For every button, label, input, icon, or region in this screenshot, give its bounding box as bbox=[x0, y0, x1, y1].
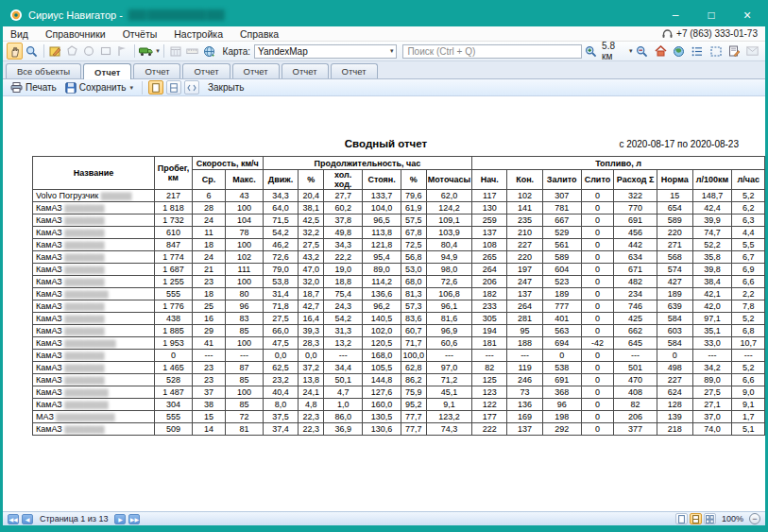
view-single-page-button[interactable] bbox=[148, 80, 163, 94]
value-cell: 95,4 bbox=[363, 251, 401, 264]
ruler-button[interactable] bbox=[184, 43, 200, 60]
tab-report-6[interactable]: Отчет bbox=[331, 63, 378, 78]
value-cell: 83 bbox=[226, 313, 264, 325]
col-header-max: Макс. bbox=[226, 170, 264, 190]
tab-report-4[interactable]: Отчет bbox=[232, 63, 280, 78]
menu-directories[interactable]: Справочники bbox=[45, 28, 106, 40]
legend-list-button[interactable] bbox=[689, 43, 707, 60]
value-cell: 97,0 bbox=[426, 362, 471, 374]
vehicle-button[interactable] bbox=[139, 43, 155, 60]
value-cell: 54,2 bbox=[324, 313, 363, 325]
value-cell: 0 bbox=[581, 300, 614, 313]
print-button[interactable]: Печать bbox=[8, 80, 60, 95]
vehicle-dropdown-caret[interactable]: ▾ bbox=[156, 47, 160, 55]
col-header-name: Название bbox=[33, 157, 155, 190]
value-cell: 82 bbox=[472, 362, 507, 374]
col-header-mileage: Пробег, км bbox=[155, 157, 193, 190]
value-cell: 9,1 bbox=[732, 399, 765, 411]
value-cell: 197 bbox=[507, 264, 542, 276]
menu-reports[interactable]: Отчёты bbox=[123, 28, 158, 40]
polygon-tool-button[interactable] bbox=[64, 43, 80, 60]
value-cell: 1,0 bbox=[324, 399, 363, 411]
view-fit-width-button[interactable] bbox=[184, 80, 199, 94]
value-cell: 29 bbox=[192, 325, 225, 337]
minimize-button[interactable]: – bbox=[657, 3, 693, 26]
message-button[interactable] bbox=[743, 43, 761, 60]
vehicle-plate-redacted: █████ ███ ██ bbox=[64, 230, 103, 236]
first-page-button[interactable]: ◀◀ bbox=[8, 514, 19, 524]
map-provider-select[interactable]: YandexMap ▾ bbox=[254, 44, 397, 59]
value-cell: 0 bbox=[155, 350, 193, 362]
maximize-button[interactable]: □ bbox=[693, 3, 729, 26]
value-cell: 218 bbox=[657, 423, 692, 436]
map-edit-button[interactable] bbox=[47, 43, 63, 60]
value-cell: 71,2 bbox=[426, 374, 471, 386]
value-cell: 0 bbox=[581, 239, 614, 251]
toolbar-separator bbox=[43, 44, 44, 58]
flag-tool-button[interactable] bbox=[114, 43, 130, 60]
zoom-in-button[interactable] bbox=[583, 43, 601, 60]
next-page-button[interactable]: ▶ bbox=[114, 514, 126, 524]
value-cell: 0 bbox=[581, 251, 614, 264]
tab-all-objects[interactable]: Все объекты bbox=[6, 63, 81, 78]
statusbar-view-continuous-button[interactable] bbox=[690, 513, 702, 524]
value-cell: 16 bbox=[192, 313, 225, 325]
col-header-avg: Ср. bbox=[192, 170, 225, 190]
prev-page-button[interactable]: ◀ bbox=[22, 514, 33, 524]
select-area-button[interactable] bbox=[707, 43, 725, 60]
col-header-engine-hours: Моточасы bbox=[426, 170, 471, 190]
value-cell: 86,2 bbox=[401, 374, 426, 386]
close-button[interactable]: × bbox=[729, 3, 765, 26]
save-dropdown-caret[interactable]: ▾ bbox=[129, 84, 133, 92]
value-cell: 6,2 bbox=[732, 202, 765, 215]
menu-settings[interactable]: Настройка bbox=[174, 28, 223, 40]
last-page-button[interactable]: ▶▶ bbox=[128, 514, 140, 524]
tab-report-active[interactable]: Отчет bbox=[83, 63, 131, 79]
value-cell: 49,8 bbox=[324, 227, 363, 239]
value-cell: 16,4 bbox=[299, 313, 324, 325]
value-cell: 188 bbox=[507, 337, 542, 350]
value-cell: 19,0 bbox=[324, 264, 363, 276]
value-cell: 4,8 bbox=[299, 399, 324, 411]
tab-report-3[interactable]: Отчет bbox=[182, 63, 230, 78]
value-cell: 189 bbox=[542, 288, 581, 300]
value-cell: 0 bbox=[581, 190, 614, 202]
zoom-search-button[interactable] bbox=[24, 43, 40, 60]
vehicle-name-cell: КамАЗ █████ ███ ██ bbox=[33, 227, 155, 239]
value-cell: 292 bbox=[542, 423, 581, 436]
value-cell: 46,2 bbox=[263, 239, 299, 251]
tab-report-5[interactable]: Отчет bbox=[282, 63, 329, 78]
edit-note-button[interactable] bbox=[725, 43, 743, 60]
value-cell: 0 bbox=[581, 288, 614, 300]
value-cell: 529 bbox=[542, 227, 581, 239]
value-cell: 610 bbox=[155, 227, 193, 239]
vehicle-plate-redacted: █████ ███ ██ bbox=[64, 352, 103, 359]
calendar-button[interactable] bbox=[168, 43, 184, 60]
menu-help[interactable]: Справка bbox=[240, 28, 279, 40]
save-button[interactable]: Сохранить ▾ bbox=[62, 80, 136, 95]
view-continuous-button[interactable] bbox=[166, 80, 181, 94]
rectangle-tool-button[interactable] bbox=[97, 43, 113, 60]
globe-refresh-button[interactable] bbox=[201, 43, 217, 60]
menu-view[interactable]: Вид bbox=[10, 28, 28, 40]
close-report-button[interactable]: Закрыть bbox=[208, 82, 245, 93]
value-cell: 235 bbox=[507, 215, 542, 227]
tab-report-2[interactable]: Отчет bbox=[133, 63, 180, 78]
pan-hand-button[interactable] bbox=[7, 43, 23, 60]
statusbar-view-single-button[interactable] bbox=[675, 513, 688, 524]
search-input[interactable] bbox=[402, 44, 581, 59]
value-cell: 0 bbox=[657, 350, 692, 362]
value-cell: 97,1 bbox=[692, 313, 732, 325]
value-cell: 148,7 bbox=[692, 190, 732, 202]
circle-tool-button[interactable] bbox=[81, 43, 97, 60]
home-button[interactable] bbox=[652, 43, 670, 60]
zoom-out-statusbar-button[interactable]: − bbox=[749, 513, 760, 524]
map-scale-caret[interactable]: ▾ bbox=[629, 47, 633, 55]
globe-button[interactable] bbox=[670, 43, 688, 60]
value-cell: 662 bbox=[614, 325, 657, 337]
value-cell: 60,6 bbox=[426, 337, 471, 350]
statusbar-view-multipage-button[interactable] bbox=[704, 513, 716, 524]
zoom-out-button[interactable] bbox=[633, 43, 651, 60]
value-cell: 120,5 bbox=[363, 337, 401, 350]
value-cell: 1 818 bbox=[155, 202, 193, 215]
